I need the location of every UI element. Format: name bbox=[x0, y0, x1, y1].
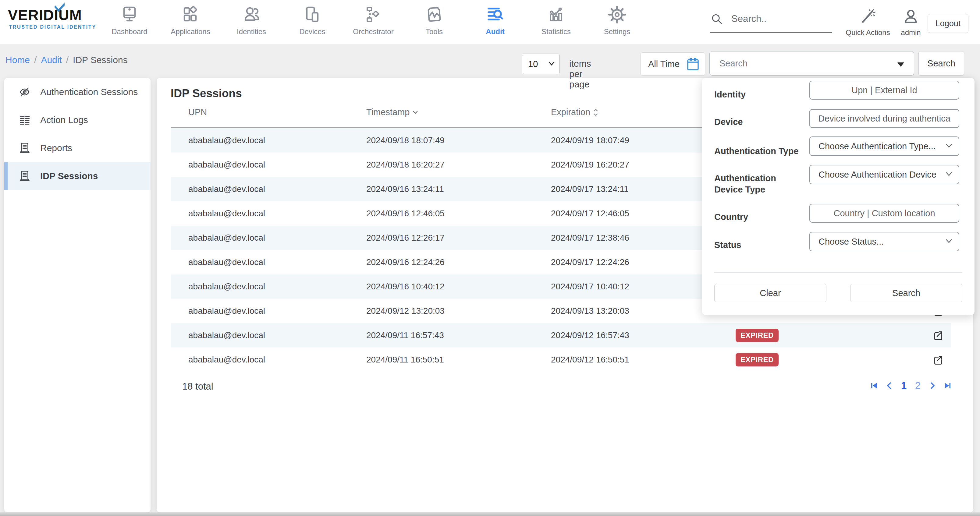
user-menu[interactable]: admin bbox=[901, 8, 921, 37]
nav-label: Dashboard bbox=[111, 27, 147, 36]
nav-item-statistics[interactable]: Statistics bbox=[526, 0, 587, 45]
items-per-page-value: 10 bbox=[528, 59, 538, 69]
filter-label-device: Device bbox=[714, 116, 806, 128]
column-label: Timestamp bbox=[366, 107, 410, 117]
quick-actions-button[interactable]: Quick Actions bbox=[846, 8, 890, 37]
user-icon bbox=[902, 8, 920, 26]
nav-label: Tools bbox=[426, 27, 443, 36]
cell-expiration: 2024/09/13 13:20:03 bbox=[551, 299, 629, 323]
cell-timestamp: 2024/09/16 12:24:26 bbox=[366, 250, 445, 275]
country-filter-input[interactable] bbox=[810, 205, 959, 222]
user-label: admin bbox=[901, 28, 921, 37]
breadcrumb-current: IDP Sessions bbox=[73, 55, 128, 65]
cell-upn: ababalau@dev.local bbox=[188, 250, 265, 275]
apply-filters-button[interactable]: Search bbox=[850, 284, 963, 302]
nav-label: Devices bbox=[299, 27, 325, 36]
document-icon bbox=[18, 170, 31, 183]
open-session-icon[interactable] bbox=[931, 353, 945, 367]
device-filter-input[interactable] bbox=[810, 110, 959, 127]
magic-wand-icon bbox=[859, 8, 877, 26]
next-page-button[interactable] bbox=[927, 380, 938, 391]
cell-timestamp: 2024/09/16 13:24:11 bbox=[366, 177, 444, 202]
sidebar-item-label: Action Logs bbox=[40, 115, 88, 125]
nav-label: Audit bbox=[486, 27, 504, 36]
chevron-down-icon bbox=[945, 143, 953, 149]
sidebar-item-label: IDP Sessions bbox=[40, 171, 98, 181]
cell-expiration: 2024/09/17 12:38:46 bbox=[551, 226, 629, 250]
time-filter-button[interactable]: All Time bbox=[641, 52, 705, 76]
nav-item-audit[interactable]: Audit bbox=[465, 0, 526, 45]
open-session-icon[interactable] bbox=[931, 329, 945, 342]
quick-actions-label: Quick Actions bbox=[846, 28, 890, 37]
nav-item-tools[interactable]: Tools bbox=[404, 0, 465, 45]
cell-expiration: 2024/09/17 10:40:12 bbox=[551, 275, 629, 299]
search-icon bbox=[710, 12, 724, 25]
breadcrumb-audit-link[interactable]: Audit bbox=[41, 55, 62, 65]
top-header: VERIDIUM TRUSTED DIGITAL IDENTITY Dashbo… bbox=[0, 0, 980, 45]
cell-upn: ababalau@dev.local bbox=[188, 128, 265, 152]
advanced-search-combobox[interactable] bbox=[710, 51, 914, 76]
status-badge: EXPIRED bbox=[736, 353, 779, 367]
items-per-page-select[interactable]: 10 bbox=[522, 54, 560, 74]
orchestrator-icon bbox=[364, 5, 383, 24]
logout-button[interactable]: Logout bbox=[928, 14, 969, 33]
sidebar-item-idp-sessions[interactable]: IDP Sessions bbox=[4, 162, 151, 190]
cell-timestamp: 2024/09/11 16:57:43 bbox=[366, 323, 444, 348]
sidebar-item-authentication-sessions[interactable]: Authentication Sessions bbox=[4, 78, 151, 106]
dropdown-caret-icon bbox=[897, 62, 904, 67]
column-header-expiration[interactable]: Expiration bbox=[551, 107, 598, 117]
advanced-search-panel: Identity Device Authentication Type Choo… bbox=[702, 78, 975, 315]
page-number-2[interactable]: 2 bbox=[913, 380, 923, 391]
nav-item-orchestrator[interactable]: Orchestrator bbox=[343, 0, 404, 45]
cell-expiration: 2024/09/17 12:24:26 bbox=[551, 250, 629, 275]
gear-icon bbox=[607, 5, 627, 24]
document-icon bbox=[18, 141, 31, 154]
cell-upn: ababalau@dev.local bbox=[188, 152, 265, 177]
audit-icon bbox=[485, 5, 505, 24]
breadcrumb-home-link[interactable]: Home bbox=[5, 55, 30, 65]
cell-timestamp: 2024/09/16 10:40:12 bbox=[366, 275, 445, 299]
chevron-down-icon bbox=[945, 171, 953, 177]
previous-page-button[interactable] bbox=[884, 380, 895, 391]
nav-item-dashboard[interactable]: Dashboard bbox=[99, 0, 160, 45]
nav-item-applications[interactable]: Applications bbox=[160, 0, 221, 45]
global-search-input[interactable] bbox=[731, 13, 823, 24]
select-value: Choose Status... bbox=[818, 237, 884, 247]
sort-both-icon bbox=[593, 108, 598, 116]
logo-checkmark-icon bbox=[54, 2, 66, 12]
filter-label-identity: Identity bbox=[714, 89, 806, 100]
nav-item-devices[interactable]: Devices bbox=[282, 0, 343, 45]
page-number-1[interactable]: 1 bbox=[899, 380, 909, 391]
nav-label: Applications bbox=[171, 27, 210, 36]
nav-label: Settings bbox=[604, 27, 630, 36]
nav-item-identities[interactable]: Identities bbox=[221, 0, 282, 45]
identity-filter-input[interactable] bbox=[810, 81, 959, 99]
column-header-upn[interactable]: UPN bbox=[188, 107, 207, 117]
toolbar-search-button[interactable]: Search bbox=[918, 51, 964, 76]
status-select[interactable]: Choose Status... bbox=[809, 232, 959, 251]
cell-upn: ababalau@dev.local bbox=[188, 323, 265, 348]
first-page-button[interactable] bbox=[869, 380, 880, 391]
list-rows-icon bbox=[18, 114, 31, 126]
authentication-device-type-select[interactable]: Choose Authentication Device bbox=[809, 165, 959, 184]
column-label: Expiration bbox=[551, 107, 590, 117]
bottom-edge-strip bbox=[0, 512, 980, 516]
sort-desc-icon bbox=[413, 111, 418, 114]
nav-label: Orchestrator bbox=[353, 27, 393, 36]
status-badge: EXPIRED bbox=[736, 329, 779, 342]
clear-filters-button[interactable]: Clear bbox=[714, 284, 826, 302]
authentication-type-select[interactable]: Choose Authentication Type... bbox=[809, 137, 959, 156]
sidebar-item-action-logs[interactable]: Action Logs bbox=[4, 106, 151, 134]
device-filter-field bbox=[809, 109, 959, 128]
sidebar-item-reports[interactable]: Reports bbox=[4, 134, 151, 162]
cell-timestamp: 2024/09/11 16:50:51 bbox=[366, 348, 444, 372]
table-row: ababalau@dev.local 2024/09/11 16:57:43 2… bbox=[171, 323, 951, 348]
cell-timestamp: 2024/09/16 12:46:05 bbox=[366, 202, 445, 226]
nav-item-settings[interactable]: Settings bbox=[587, 0, 648, 45]
column-header-timestamp[interactable]: Timestamp bbox=[366, 107, 418, 117]
last-page-button[interactable] bbox=[942, 380, 953, 391]
cell-upn: ababalau@dev.local bbox=[188, 275, 265, 299]
cell-timestamp: 2024/09/18 16:20:27 bbox=[366, 152, 445, 177]
advanced-search-input[interactable] bbox=[719, 59, 884, 68]
tools-icon bbox=[425, 5, 444, 24]
